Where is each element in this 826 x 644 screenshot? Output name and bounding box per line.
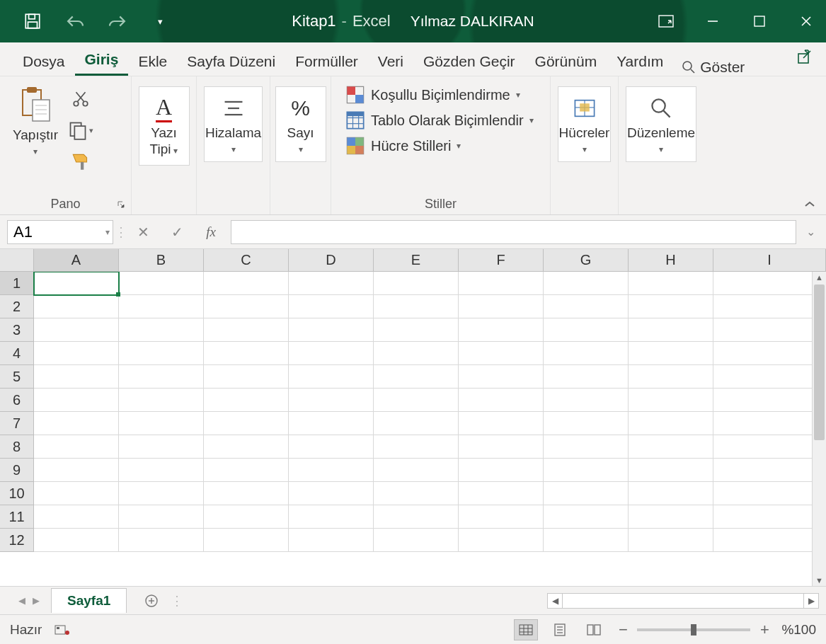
tab-ekle[interactable]: Ekle (128, 46, 177, 76)
cell-A7[interactable] (34, 412, 119, 435)
cell-B3[interactable] (119, 318, 204, 342)
format-as-table-button[interactable]: Tablo Olarak Biçimlendir ▾ (345, 110, 534, 130)
cell-A6[interactable] (34, 389, 119, 412)
scroll-right-button[interactable]: ▶ (803, 593, 819, 609)
cell-A2[interactable] (34, 295, 119, 318)
row-header-3[interactable]: 3 (0, 318, 34, 342)
row-header-8[interactable]: 8 (0, 435, 34, 459)
cell-E7[interactable] (374, 412, 459, 435)
cell-G2[interactable] (544, 295, 629, 318)
tab-yardim[interactable]: Yardım (607, 46, 673, 76)
undo-button[interactable] (64, 10, 86, 33)
tab-gozden-gecir[interactable]: Gözden Geçir (413, 46, 525, 76)
vertical-scroll-thumb[interactable] (814, 284, 825, 440)
column-header-a[interactable]: A (34, 249, 119, 271)
ribbon-display-options-button[interactable] (653, 8, 679, 34)
conditional-formatting-button[interactable]: Koşullu Biçimlendirme ▾ (345, 85, 534, 105)
cell-H6[interactable] (629, 389, 713, 412)
cell-E1[interactable] (374, 272, 459, 295)
normal-view-button[interactable] (514, 619, 538, 640)
cell-A5[interactable] (34, 365, 119, 389)
row-header-5[interactable]: 5 (0, 365, 34, 389)
sheet-nav-next[interactable]: ▶ (33, 595, 40, 606)
row-header-12[interactable]: 12 (0, 529, 34, 552)
tell-me-search[interactable]: Göster (682, 59, 745, 76)
cell-C12[interactable] (204, 529, 289, 552)
font-button[interactable]: A Yazı Tipi (139, 86, 190, 166)
cell-F1[interactable] (459, 272, 544, 295)
cell-G7[interactable] (544, 412, 629, 435)
name-box[interactable]: A1 ▾ (7, 220, 113, 244)
cell-I3[interactable] (713, 318, 826, 342)
cell-A12[interactable] (34, 529, 119, 552)
pano-dialog-launcher[interactable] (117, 200, 127, 210)
cell-C11[interactable] (204, 505, 289, 529)
cell-G10[interactable] (544, 482, 629, 505)
cell-E5[interactable] (374, 365, 459, 389)
column-header-i[interactable]: I (713, 249, 826, 271)
cell-C9[interactable] (204, 459, 289, 482)
insert-function-button[interactable]: fx (197, 222, 225, 243)
cell-D9[interactable] (289, 459, 374, 482)
sheet-nav[interactable]: ◀ ▶ (7, 595, 51, 606)
cell-A1[interactable] (34, 272, 119, 295)
sheet-tab-sayfa1[interactable]: Sayfa1 (51, 588, 127, 613)
cell-I8[interactable] (713, 435, 826, 459)
cell-C1[interactable] (204, 272, 289, 295)
tab-giris[interactable]: Giriş (75, 44, 129, 76)
cell-A4[interactable] (34, 342, 119, 365)
cell-I10[interactable] (713, 482, 826, 505)
cell-H1[interactable] (629, 272, 713, 295)
alignment-button[interactable]: Hizalama ▾ (204, 86, 263, 162)
cell-E9[interactable] (374, 459, 459, 482)
row-header-11[interactable]: 11 (0, 505, 34, 529)
row-header-6[interactable]: 6 (0, 389, 34, 412)
cell-G8[interactable] (544, 435, 629, 459)
cell-D1[interactable] (289, 272, 374, 295)
cell-D3[interactable] (289, 318, 374, 342)
minimize-button[interactable] (700, 8, 725, 34)
column-header-c[interactable]: C (204, 249, 289, 271)
cell-D11[interactable] (289, 505, 374, 529)
cell-A9[interactable] (34, 459, 119, 482)
cell-F10[interactable] (459, 482, 544, 505)
cell-B2[interactable] (119, 295, 204, 318)
cell-B8[interactable] (119, 435, 204, 459)
expand-formula-bar-button[interactable]: ⌄ (802, 225, 819, 238)
cell-F6[interactable] (459, 389, 544, 412)
cell-G6[interactable] (544, 389, 629, 412)
zoom-slider[interactable]: − + (616, 621, 771, 639)
cut-button[interactable] (68, 86, 93, 112)
column-header-e[interactable]: E (374, 249, 459, 271)
cells-button[interactable]: Hücreler ▾ (558, 86, 611, 162)
cell-F9[interactable] (459, 459, 544, 482)
editing-button[interactable]: Düzenleme ▾ (626, 86, 696, 162)
scroll-down-button[interactable]: ▼ (813, 575, 826, 586)
enter-formula-button[interactable]: ✓ (163, 222, 191, 243)
row-header-4[interactable]: 4 (0, 342, 34, 365)
cell-D6[interactable] (289, 389, 374, 412)
page-break-view-button[interactable] (582, 619, 606, 640)
cell-H11[interactable] (629, 505, 713, 529)
cell-D2[interactable] (289, 295, 374, 318)
cell-B5[interactable] (119, 365, 204, 389)
redo-button[interactable] (106, 10, 129, 33)
zoom-out-button[interactable]: − (616, 621, 630, 639)
cell-D4[interactable] (289, 342, 374, 365)
cell-E8[interactable] (374, 435, 459, 459)
paste-button[interactable]: Yapıştır ▾ (7, 82, 64, 159)
cell-A11[interactable] (34, 505, 119, 529)
cell-E6[interactable] (374, 389, 459, 412)
close-button[interactable] (793, 8, 819, 34)
cell-D12[interactable] (289, 529, 374, 552)
format-painter-button[interactable] (68, 149, 93, 174)
cell-F2[interactable] (459, 295, 544, 318)
column-header-f[interactable]: F (459, 249, 544, 271)
cell-F5[interactable] (459, 365, 544, 389)
cell-H2[interactable] (629, 295, 713, 318)
sheet-nav-prev[interactable]: ◀ (18, 595, 25, 606)
select-all-button[interactable] (0, 249, 34, 271)
cell-G5[interactable] (544, 365, 629, 389)
qat-customize-button[interactable]: ▾ (149, 10, 171, 33)
cell-A10[interactable] (34, 482, 119, 505)
